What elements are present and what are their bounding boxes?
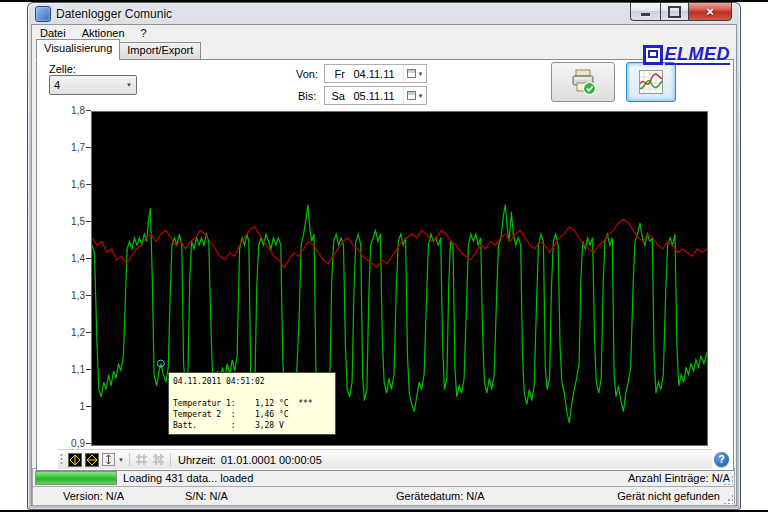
axis-scale-button[interactable] bbox=[101, 452, 116, 467]
uhrzeit-value: 01.01.0001 00:00:05 bbox=[221, 454, 322, 466]
serial-number-text: S/N: N/A bbox=[185, 490, 228, 502]
toolbar-separator bbox=[170, 453, 171, 466]
window-title: Datenlogger Comunic bbox=[56, 7, 172, 21]
elmed-logo: ELMED bbox=[643, 45, 731, 65]
calendar-icon bbox=[407, 91, 416, 100]
toolbar-grip[interactable] bbox=[60, 453, 63, 466]
version-text: Version: N/A bbox=[63, 490, 124, 502]
app-window: Datenlogger Comunic × Datei Aktionen ? E… bbox=[27, 2, 741, 510]
toolbar-separator bbox=[129, 453, 130, 466]
tab-import-export[interactable]: Import/Export bbox=[119, 42, 201, 60]
von-label: Von: bbox=[296, 68, 318, 80]
window-controls: × bbox=[630, 2, 732, 21]
y-axis-tick-label: 0,9 bbox=[63, 439, 85, 449]
von-day: Fr bbox=[325, 68, 345, 80]
axis-zoom-vertical-button[interactable] bbox=[67, 452, 82, 467]
axis-scale-icon bbox=[102, 453, 115, 466]
tooltip-line bbox=[173, 387, 331, 398]
bis-date-value: 05.11.11 bbox=[345, 90, 403, 102]
minimize-icon bbox=[641, 13, 650, 16]
chart-tooltip: 04.11.2011 04:51:02 Temperatur 1: 1,12 °… bbox=[168, 372, 336, 435]
tab-strip: Visualisierung Import/Export bbox=[36, 43, 200, 60]
chevron-down-icon: ▼ bbox=[418, 71, 424, 77]
device-status-text: Gerät nicht gefunden bbox=[617, 490, 720, 502]
y-axis-tick-label: 1,6 bbox=[63, 180, 85, 190]
chevron-down-icon: ▼ bbox=[126, 82, 132, 88]
printer-icon bbox=[568, 67, 598, 97]
maximize-icon bbox=[668, 6, 681, 18]
y-axis-tick-label: 1,1 bbox=[63, 365, 85, 375]
grid-off-icon bbox=[152, 453, 165, 466]
status-bar-device: Version: N/A S/N: N/A Gerätedatum: N/A G… bbox=[32, 487, 735, 506]
progress-fill bbox=[36, 472, 116, 484]
y-axis-tick-label: 1,5 bbox=[63, 217, 85, 227]
elmed-logo-icon bbox=[643, 45, 663, 65]
chevron-down-icon: ▼ bbox=[418, 93, 424, 99]
calendar-icon bbox=[407, 69, 416, 78]
y-axis-tick-label: 1,2 bbox=[63, 328, 85, 338]
y-axis-tick-label: 1,8 bbox=[63, 106, 85, 116]
axis-zoom-vertical-icon bbox=[68, 453, 82, 467]
uhrzeit-label: Uhrzeit: bbox=[178, 454, 216, 466]
show-graph-button[interactable] bbox=[626, 62, 676, 102]
grid-toggle-button[interactable] bbox=[134, 452, 149, 467]
von-date-value: 04.11.11 bbox=[345, 68, 403, 80]
close-icon: × bbox=[706, 5, 714, 18]
tooltip-line: Temperat 2 : 1,46 °C bbox=[173, 409, 331, 420]
bis-calendar-button[interactable]: ▼ bbox=[403, 87, 426, 104]
progress-bar bbox=[35, 471, 117, 485]
chart-toolbar: ▼ Uhrzeit: 01.01.0001 00:00:05 bbox=[58, 449, 712, 469]
y-axis-tick-label: 1,7 bbox=[63, 143, 85, 153]
title-bar[interactable]: Datenlogger Comunic × bbox=[28, 3, 740, 24]
maximize-button[interactable] bbox=[660, 2, 688, 21]
tooltip-line: Temperatur 1: 1,12 °C *** bbox=[173, 398, 331, 409]
axis-zoom-horizontal-button[interactable] bbox=[84, 452, 99, 467]
device-date-text: Gerätedatum: N/A bbox=[396, 490, 485, 502]
loading-status-text: Loading 431 data... loaded bbox=[123, 472, 253, 484]
bis-day: Sa bbox=[325, 90, 345, 102]
chart-container: 1,8 1,7 1,6 1,5 1,4 1,3 1,2 1,1 1 0,9 04… bbox=[63, 109, 709, 449]
y-axis-tick-label: 1 bbox=[63, 402, 85, 412]
zelle-label: Zelle: bbox=[49, 63, 76, 75]
zelle-value: 4 bbox=[54, 79, 126, 91]
von-calendar-button[interactable]: ▼ bbox=[403, 65, 426, 82]
y-axis-tick-label: 1,3 bbox=[63, 291, 85, 301]
line-chart-icon bbox=[637, 68, 665, 96]
chevron-down-icon[interactable]: ▼ bbox=[118, 457, 124, 463]
help-button[interactable]: ? bbox=[714, 452, 729, 467]
axis-zoom-horizontal-icon bbox=[85, 453, 99, 467]
print-button[interactable] bbox=[551, 62, 615, 102]
tooltip-line: 04.11.2011 04:51:02 bbox=[173, 376, 331, 387]
tab-visualisierung[interactable]: Visualisierung bbox=[36, 39, 120, 60]
zelle-dropdown[interactable]: 4 ▼ bbox=[49, 75, 137, 95]
bis-date-field[interactable]: Sa 05.11.11 ▼ bbox=[324, 86, 427, 105]
entry-count-text: Anzahl Einträge: N/A bbox=[628, 472, 730, 484]
minimize-button[interactable] bbox=[630, 2, 660, 21]
visualisierung-panel: Zelle: 4 ▼ Von: Fr 04.11.11 ▼ Bis: Sa 05… bbox=[36, 59, 734, 471]
app-icon bbox=[35, 6, 51, 22]
y-axis-tick-label: 1,4 bbox=[63, 254, 85, 264]
grid-icon bbox=[135, 453, 148, 466]
question-mark-icon: ? bbox=[718, 454, 724, 465]
resize-grip-icon bbox=[723, 494, 733, 504]
tooltip-line: Batt. : 3,28 V bbox=[173, 420, 331, 431]
von-date-field[interactable]: Fr 04.11.11 ▼ bbox=[324, 64, 427, 83]
grid-clear-button[interactable] bbox=[151, 452, 166, 467]
bis-label: Bis: bbox=[298, 90, 316, 102]
close-button[interactable]: × bbox=[688, 2, 732, 21]
elmed-logo-text: ELMED bbox=[665, 45, 731, 65]
menu-item-help[interactable]: ? bbox=[133, 25, 155, 43]
